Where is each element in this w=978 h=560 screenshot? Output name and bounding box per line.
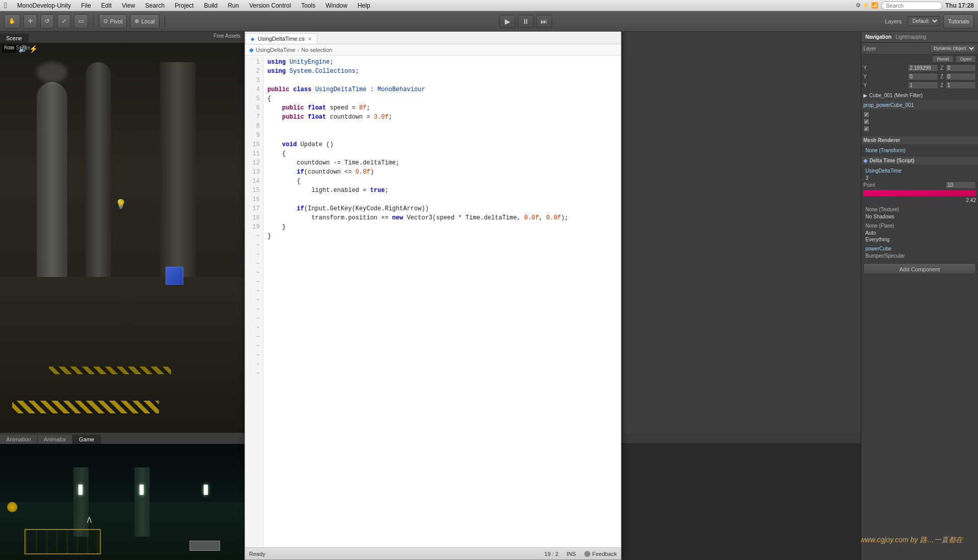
line-num-28: ~ <box>245 305 260 314</box>
pos-z-input[interactable] <box>945 64 976 72</box>
line-num-15: 15 <box>245 186 260 195</box>
pivot-btn[interactable]: ⊙ Pivot <box>99 14 127 29</box>
game-view-bg: ∧ <box>0 444 244 560</box>
scene-prop-box <box>166 267 183 285</box>
rect-tool-btn[interactable]: ▭ <box>74 14 88 29</box>
rot-y-input[interactable] <box>908 73 938 80</box>
layer-select[interactable]: Dynamic Objects <box>930 44 976 52</box>
line-num-25: ~ <box>245 277 260 287</box>
pos-y-input[interactable] <box>908 64 938 72</box>
pos-y-row: Y Z <box>861 64 978 72</box>
checkbox-2[interactable]: ✓ <box>863 119 870 125</box>
line-num-5: 5 <box>245 94 260 103</box>
tab-close-icon[interactable]: ✕ <box>308 36 312 42</box>
system-icons: ⚙ ⚡ 📶 <box>856 2 878 9</box>
move-tool-btn[interactable]: ✛ <box>23 14 37 29</box>
menu-run[interactable]: Run <box>224 0 243 11</box>
scene-tab[interactable]: Scene <box>0 34 29 43</box>
add-component-button[interactable]: Add Component <box>863 263 976 274</box>
line-num-7: 7 <box>245 113 260 122</box>
line-num-16: 16 <box>245 195 260 204</box>
menu-window[interactable]: Window <box>321 0 351 11</box>
game-ceiling <box>0 444 244 502</box>
line-num-20: ~ <box>245 232 260 241</box>
local-icon: ⊕ <box>134 18 139 24</box>
status-right: 19 : 2 INS Feedback <box>545 551 617 557</box>
menubar:  MonoDevelop-Unity File Edit View Searc… <box>0 0 978 11</box>
check-row-3: ✓ <box>863 126 976 132</box>
menu-build[interactable]: Build <box>200 0 222 11</box>
rot-z-input[interactable] <box>945 73 976 80</box>
line-num-1: 1 <box>245 58 260 67</box>
play-controls: ▶ ⏸ ⏭ <box>170 15 882 28</box>
culling-value: Everything <box>861 236 978 243</box>
menu-app[interactable]: MonoDevelop-Unity <box>13 0 75 11</box>
step-button[interactable]: ⏭ <box>536 15 552 28</box>
breadcrumb-selection: No selection <box>302 47 333 53</box>
toolbar-sep-2 <box>165 15 165 27</box>
checkbox-3[interactable]: ✓ <box>863 126 870 132</box>
material-label: powerCube <box>861 245 978 253</box>
shadows-label: No Shadows <box>861 213 978 220</box>
point-input[interactable] <box>945 181 976 189</box>
spotlight-search[interactable] <box>881 2 942 10</box>
menu-edit[interactable]: Edit <box>97 0 116 11</box>
lightmapping-tab[interactable]: Lightmapping <box>895 34 926 40</box>
menu-project[interactable]: Project <box>171 0 198 11</box>
line-num-11: 11 <box>245 149 260 158</box>
layer-label: Layer <box>863 46 930 51</box>
menu-time: Thu 17:28 <box>945 2 974 9</box>
line-num-12: 12 <box>245 158 260 167</box>
delta-time-label: Delta Time (Script) <box>870 158 914 163</box>
play-button[interactable]: ▶ <box>499 15 515 28</box>
line-num-18: 18 <box>245 213 260 222</box>
rotate-tool-btn[interactable]: ↺ <box>40 14 54 29</box>
mesh-renderer-heading: Mesh Renderer <box>861 135 978 145</box>
file-icon: ◆ <box>251 36 255 42</box>
scale-tool-btn[interactable]: ⤢ <box>57 14 71 29</box>
reset-open-row: Reset Open <box>861 54 978 64</box>
file-tab-label: UsingDeltaTime.cs <box>258 36 305 42</box>
breadcrumb-separator: › <box>297 47 300 53</box>
layers-label: Layers <box>885 18 902 24</box>
local-btn[interactable]: ⊕ Local <box>130 14 159 29</box>
unity-scene-bg: 💡 RGB 🔊 ⚡ Free Scene <box>0 43 244 433</box>
breadcrumb-class: UsingDeltaTime <box>256 47 295 53</box>
feedback-button[interactable]: Feedback <box>584 551 617 557</box>
local-label: Local <box>141 18 154 24</box>
menu-search[interactable]: Search <box>141 0 169 11</box>
game-vehicle <box>189 541 220 551</box>
menu-file[interactable]: File <box>77 0 95 11</box>
game-tab[interactable]: Game <box>73 435 101 444</box>
check-row-2: ✓ <box>863 119 976 125</box>
flare-ref: None (Flare) <box>861 222 978 230</box>
scene-3d-view: 💡 RGB 🔊 ⚡ Free Scene <box>0 43 244 433</box>
scale-y-input[interactable] <box>908 81 938 89</box>
game-light-3 <box>204 485 208 495</box>
scale-z-input[interactable] <box>945 81 976 89</box>
menu-help[interactable]: Help <box>354 0 374 11</box>
hand-tool-btn[interactable]: ✋ <box>4 14 20 29</box>
line-num-29: ~ <box>245 314 260 323</box>
menu-tools[interactable]: Tools <box>297 0 319 11</box>
code-editor[interactable]: using UnityEngine; using System.Collecti… <box>263 55 621 547</box>
script-ref: UsingDeltaTime <box>861 167 978 175</box>
menu-version-control[interactable]: Version Control <box>245 0 295 11</box>
checkbox-1[interactable]: ✓ <box>863 111 870 118</box>
game-panel: Animation Animator Game ∧ <box>0 433 244 560</box>
file-tab-active[interactable]: ◆ UsingDeltaTime.cs ✕ <box>245 33 317 44</box>
mesh-renderer-label: Mesh Renderer <box>863 137 900 143</box>
open-button[interactable]: Open <box>956 55 976 63</box>
reset-button[interactable]: Reset <box>932 55 954 63</box>
navigation-tab[interactable]: Navigation <box>865 34 891 40</box>
delta-time-icon: ◆ <box>863 158 867 163</box>
apple-menu[interactable]:  <box>4 1 7 10</box>
layers-dropdown[interactable]: Default <box>908 16 939 26</box>
cursor-position: 19 : 2 <box>545 551 559 557</box>
pink-progress-bar <box>863 190 976 196</box>
pause-button[interactable]: ⏸ <box>518 15 534 28</box>
animator-tab[interactable]: Animator <box>38 435 73 444</box>
menu-view[interactable]: View <box>118 0 139 11</box>
animation-tab[interactable]: Animation <box>0 435 38 444</box>
tutorials-btn[interactable]: Tutorials <box>943 14 974 29</box>
